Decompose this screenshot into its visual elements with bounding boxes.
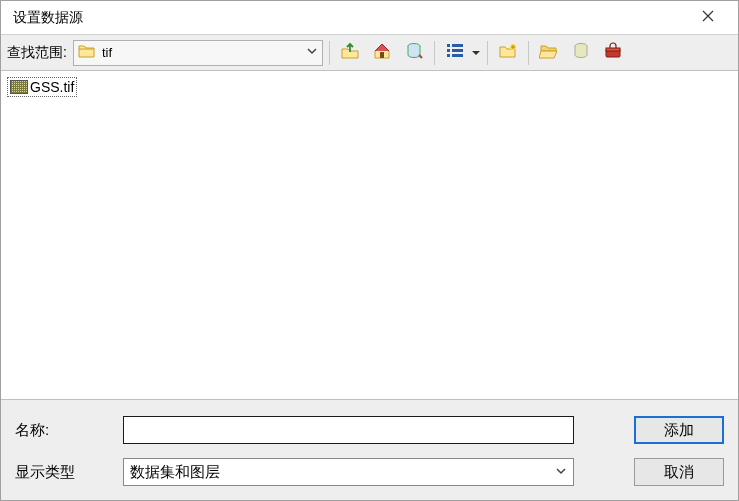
svg-rect-7 — [452, 54, 463, 57]
chevron-down-icon — [555, 465, 567, 480]
add-button-label: 添加 — [664, 421, 694, 440]
close-icon — [702, 10, 714, 25]
window-title: 设置数据源 — [13, 9, 83, 27]
look-in-value: tif — [102, 45, 306, 60]
bottom-panel: 名称: 添加 显示类型 数据集和图层 取消 — [1, 399, 738, 500]
type-value: 数据集和图层 — [130, 463, 220, 482]
new-geodatabase-button[interactable] — [567, 39, 595, 67]
separator — [329, 41, 330, 65]
svg-rect-0 — [380, 52, 384, 58]
list-view-icon — [445, 41, 465, 64]
folder-icon — [78, 43, 96, 62]
new-geodatabase-icon — [571, 41, 591, 64]
svg-rect-4 — [447, 54, 450, 57]
separator — [487, 41, 488, 65]
new-folder-icon — [498, 41, 518, 64]
svg-rect-5 — [452, 44, 463, 47]
up-one-level-icon — [340, 41, 360, 64]
open-folder-button[interactable] — [535, 39, 563, 67]
new-folder-button[interactable] — [494, 39, 522, 67]
list-item[interactable]: GSS.tif — [7, 77, 77, 97]
add-button[interactable]: 添加 — [634, 416, 724, 444]
name-label: 名称: — [15, 421, 123, 440]
connect-database-icon — [404, 41, 424, 64]
cancel-button[interactable]: 取消 — [634, 458, 724, 486]
up-one-level-button[interactable] — [336, 39, 364, 67]
svg-rect-2 — [447, 44, 450, 47]
look-in-dropdown[interactable]: tif — [73, 40, 323, 66]
separator — [434, 41, 435, 65]
connect-database-button[interactable] — [400, 39, 428, 67]
raster-file-icon — [10, 80, 28, 94]
titlebar: 设置数据源 — [1, 1, 738, 35]
look-in-label: 查找范围: — [7, 44, 67, 62]
type-dropdown[interactable]: 数据集和图层 — [123, 458, 574, 486]
type-label: 显示类型 — [15, 463, 123, 482]
toolbox-icon — [603, 41, 623, 64]
caret-down-icon — [472, 45, 480, 60]
open-folder-icon — [539, 41, 559, 64]
file-name: GSS.tif — [30, 79, 74, 95]
separator — [528, 41, 529, 65]
close-button[interactable] — [688, 1, 728, 34]
file-list-pane[interactable]: GSS.tif — [1, 71, 738, 399]
home-icon — [372, 41, 392, 64]
svg-rect-6 — [452, 49, 463, 52]
name-input[interactable] — [123, 416, 574, 444]
home-button[interactable] — [368, 39, 396, 67]
cancel-button-label: 取消 — [664, 463, 694, 482]
svg-rect-11 — [606, 48, 620, 51]
toolbox-button[interactable] — [599, 39, 627, 67]
file-list: GSS.tif — [3, 73, 736, 397]
chevron-down-icon — [306, 45, 318, 60]
list-view-button[interactable] — [441, 39, 469, 67]
dialog-window: 设置数据源 查找范围: tif — [0, 0, 739, 501]
toolbar: 查找范围: tif — [1, 35, 738, 71]
list-view-dropdown[interactable] — [471, 39, 481, 67]
svg-rect-3 — [447, 49, 450, 52]
